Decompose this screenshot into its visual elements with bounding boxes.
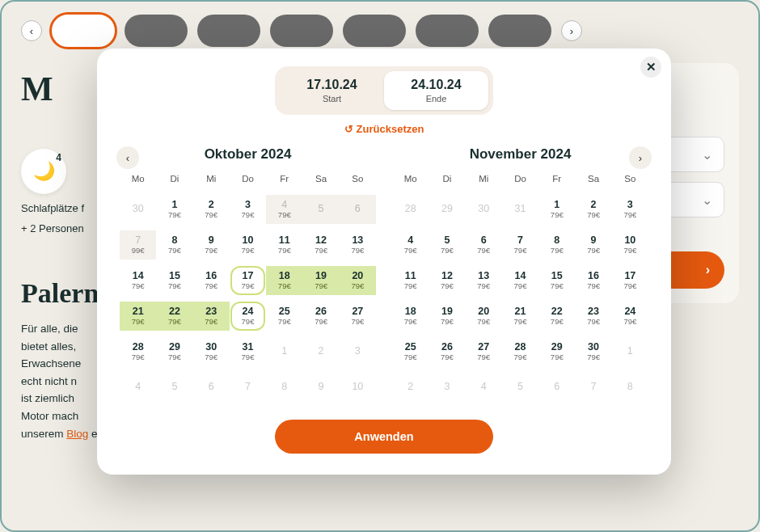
calendar-day[interactable]: 1979€ xyxy=(302,266,339,295)
calendar-day[interactable]: 179€ xyxy=(538,195,575,224)
calendar-day[interactable]: 2179€ xyxy=(120,302,156,331)
calendar-day[interactable]: 279€ xyxy=(193,195,230,224)
calendar-day[interactable]: 879€ xyxy=(156,230,192,260)
calendar-day[interactable]: 2479€ xyxy=(612,302,648,331)
calendar-day[interactable]: 879€ xyxy=(538,230,575,260)
calendar-day[interactable]: 779€ xyxy=(502,230,538,260)
calendar-day[interactable]: 1879€ xyxy=(266,266,302,295)
day-number: 6 xyxy=(209,382,214,393)
calendar-day[interactable]: 979€ xyxy=(193,230,230,260)
calendar-day[interactable]: 379€ xyxy=(612,195,648,224)
thumbnail[interactable] xyxy=(125,15,188,47)
month-title: November 2024 xyxy=(392,146,648,163)
calendar-day[interactable]: 3179€ xyxy=(230,337,266,366)
day-number: 30 xyxy=(588,342,599,353)
calendar-day[interactable]: 1479€ xyxy=(120,266,156,295)
start-date-tab[interactable]: 17.10.24 Start xyxy=(280,71,384,110)
calendar-day[interactable]: 1279€ xyxy=(302,230,339,260)
calendar-day[interactable]: 479€ xyxy=(392,230,429,260)
day-price: 79€ xyxy=(242,317,255,326)
calendar-day[interactable]: 379€ xyxy=(230,195,266,224)
thumbnail[interactable] xyxy=(270,15,333,47)
calendar-day[interactable]: 2379€ xyxy=(575,302,611,331)
calendar-day[interactable]: 479€ xyxy=(266,195,302,224)
apply-button[interactable]: Anwenden xyxy=(275,420,493,454)
calendar-day[interactable]: 2979€ xyxy=(538,337,575,366)
calendar-day[interactable]: 2179€ xyxy=(502,302,538,331)
calendar-day[interactable]: 1579€ xyxy=(156,266,192,295)
calendar-day[interactable]: 2479€ xyxy=(230,302,265,331)
day-number: 20 xyxy=(352,271,363,282)
day-number: 3 xyxy=(444,382,450,393)
calendar-day[interactable]: 1379€ xyxy=(466,266,502,295)
calendar-day[interactable]: 1579€ xyxy=(538,266,575,295)
day-number: 3 xyxy=(627,200,633,211)
blog-link[interactable]: Blog xyxy=(66,428,88,440)
calendar-day[interactable]: 2279€ xyxy=(156,302,192,331)
calendar-day[interactable]: 1079€ xyxy=(230,230,266,260)
day-price: 79€ xyxy=(168,246,181,255)
calendar-day[interactable]: 579€ xyxy=(429,230,465,260)
calendar-day[interactable]: 2279€ xyxy=(538,302,575,331)
thumbnail[interactable] xyxy=(52,15,115,47)
calendar-day[interactable]: 1779€ xyxy=(612,266,648,295)
calendar-day[interactable]: 279€ xyxy=(575,195,611,224)
calendar-day[interactable]: 2679€ xyxy=(302,302,339,331)
calendar-day[interactable]: 1079€ xyxy=(612,230,648,260)
calendar-day[interactable]: 679€ xyxy=(466,230,502,260)
calendar-day[interactable]: 2979€ xyxy=(156,337,192,366)
day-price: 79€ xyxy=(242,353,255,361)
next-month-button[interactable]: › xyxy=(629,146,652,169)
day-number: 30 xyxy=(478,204,489,215)
thumbnail[interactable] xyxy=(416,15,479,47)
thumbnail[interactable] xyxy=(488,15,551,47)
calendar-day[interactable]: 2679€ xyxy=(429,337,465,366)
calendar-day[interactable]: 5 xyxy=(302,195,339,224)
reset-button[interactable]: ↺Zurücksetzen xyxy=(120,123,648,135)
calendar-day[interactable]: 6 xyxy=(340,195,376,224)
calendar-day[interactable]: 2779€ xyxy=(340,302,376,331)
calendar-day[interactable]: 1979€ xyxy=(429,302,465,331)
day-number: 16 xyxy=(205,271,217,282)
calendar-day[interactable]: 2079€ xyxy=(340,266,376,295)
calendar-day[interactable]: 2079€ xyxy=(466,302,502,331)
calendar-day[interactable]: 1179€ xyxy=(392,266,429,295)
calendar-day[interactable]: 3079€ xyxy=(575,337,611,366)
calendar-day[interactable]: 1879€ xyxy=(392,302,429,331)
day-price: 79€ xyxy=(351,246,364,255)
calendar-day[interactable]: 2779€ xyxy=(466,337,502,366)
day-number: 5 xyxy=(171,382,177,393)
calendar-day: 9 xyxy=(302,373,339,402)
prev-month-button[interactable]: ‹ xyxy=(116,146,139,169)
calendar-day[interactable]: 1279€ xyxy=(429,266,465,295)
calendar-day[interactable]: 1679€ xyxy=(575,266,611,295)
calendar-day[interactable]: 1479€ xyxy=(502,266,538,295)
calendar-day[interactable]: 2579€ xyxy=(392,337,429,366)
calendar-day[interactable]: 179€ xyxy=(156,195,192,224)
day-price: 79€ xyxy=(623,317,636,326)
calendar-day[interactable]: 799€ xyxy=(120,230,156,260)
thumbnail[interactable] xyxy=(343,15,406,47)
day-price: 79€ xyxy=(315,281,327,290)
carousel-prev-button[interactable]: ‹ xyxy=(21,20,42,41)
calendar-day[interactable]: 1179€ xyxy=(266,230,302,260)
day-number: 6 xyxy=(554,382,559,393)
calendar-day[interactable]: 2879€ xyxy=(120,337,156,366)
dow-header: Fr xyxy=(266,174,302,188)
calendar-day[interactable]: 2879€ xyxy=(502,337,538,366)
thumbnail[interactable] xyxy=(197,15,260,47)
calendar-day[interactable]: 2379€ xyxy=(193,302,230,331)
calendar-day[interactable]: 979€ xyxy=(575,230,611,260)
day-number: 8 xyxy=(281,382,287,393)
calendar-day[interactable]: 2579€ xyxy=(266,302,302,331)
day-number: 4 xyxy=(481,382,487,393)
end-date-tab[interactable]: 24.10.24 Ende xyxy=(384,71,488,110)
calendar-day[interactable]: 3079€ xyxy=(193,337,230,366)
carousel-next-button[interactable]: › xyxy=(561,20,582,41)
day-number: 23 xyxy=(588,306,599,318)
calendar-day[interactable]: 1779€ xyxy=(230,266,265,295)
calendar-day[interactable]: 1679€ xyxy=(193,266,230,295)
close-button[interactable]: ✕ xyxy=(640,57,661,78)
calendar-day[interactable]: 1379€ xyxy=(340,230,376,260)
day-number: 7 xyxy=(245,382,251,393)
